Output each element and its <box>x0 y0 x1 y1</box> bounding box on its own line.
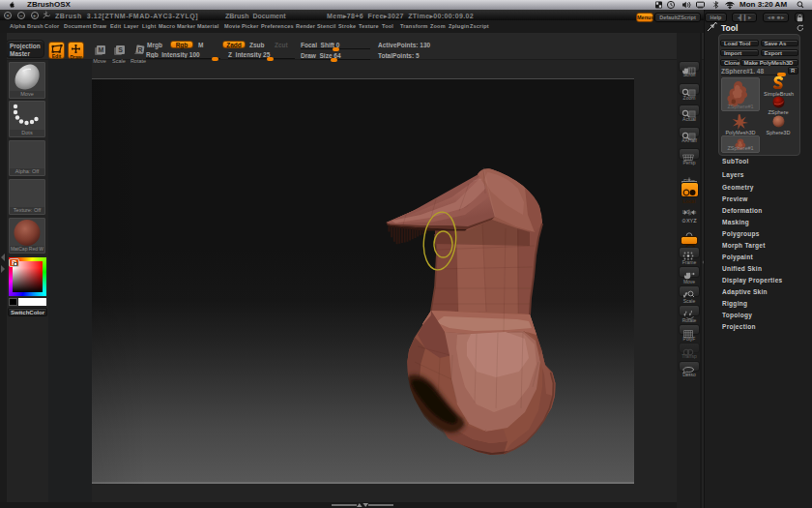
svg-text:S: S <box>118 46 123 53</box>
svg-text:M: M <box>98 46 103 53</box>
svg-text:R: R <box>137 46 142 53</box>
